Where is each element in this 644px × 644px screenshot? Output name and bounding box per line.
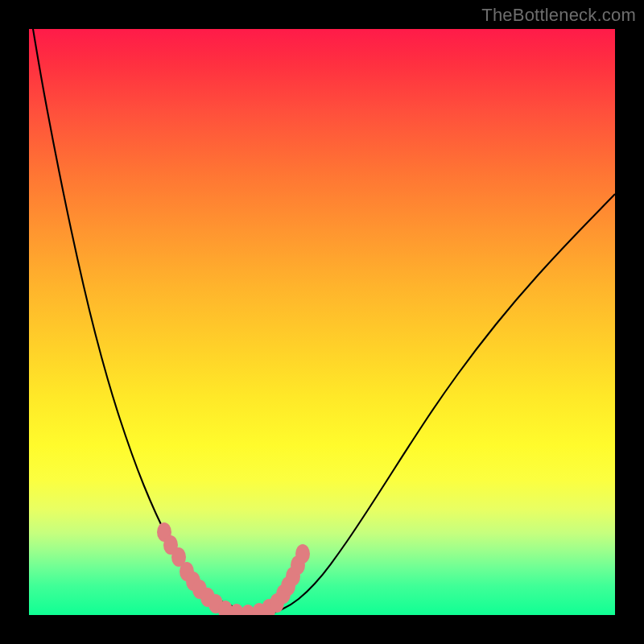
marker-group — [157, 522, 310, 615]
curve-layer — [29, 29, 615, 615]
marker-dot — [295, 544, 310, 564]
plot-area — [29, 29, 615, 615]
bottleneck-curve — [29, 29, 615, 614]
watermark-text: TheBottleneck.com — [481, 5, 636, 26]
chart-frame: TheBottleneck.com — [0, 0, 644, 644]
